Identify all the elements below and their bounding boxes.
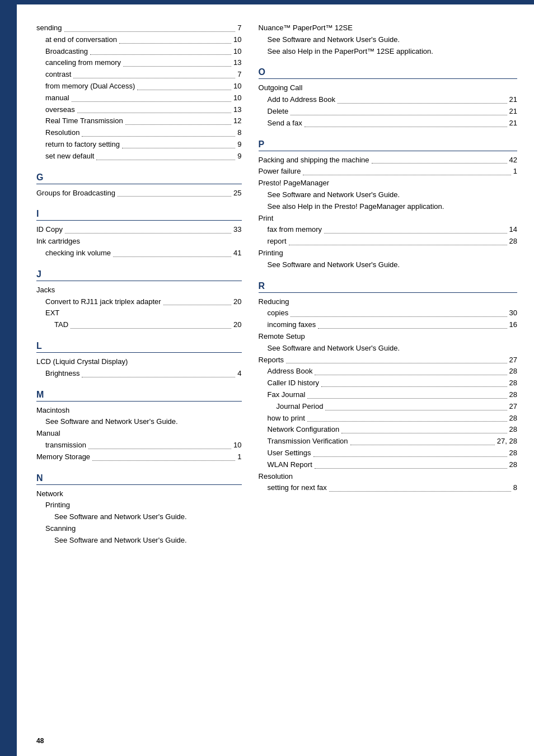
page-num: 13 (233, 104, 241, 116)
index-entry: Printing (36, 500, 242, 511)
term-text: Caller ID history (268, 377, 319, 389)
page-num: 28 (509, 389, 517, 401)
index-entry: WLAN Report28 (259, 459, 517, 471)
section-header-N: N (36, 473, 242, 485)
index-entry: Transmission Verification27, 28 (259, 436, 517, 447)
term-text: canceling from memory (45, 57, 121, 69)
term-text: Convert to RJ11 jack triplex adapter (45, 296, 161, 308)
dots (291, 108, 507, 115)
dots (341, 426, 507, 433)
term-text: Macintosh (36, 405, 69, 417)
plain-text: Scanning (36, 523, 242, 535)
index-entry: Nuance™ PaperPort™ 12SE (259, 22, 517, 34)
dots (64, 24, 236, 32)
section-header-I: I (36, 209, 242, 221)
plain-text: See also Help in the PaperPort™ 12SE app… (259, 46, 517, 58)
dots (307, 391, 507, 399)
left-sidebar (0, 0, 17, 756)
term-text: User Settings (268, 447, 311, 459)
term-text: Jacks (36, 284, 55, 296)
page-num: 10 (233, 81, 241, 92)
index-entry: See Software and Network User's Guide. (36, 416, 242, 428)
content-area: sending7at end of conversation10Broadcas… (17, 0, 534, 756)
index-entry: Reducing (259, 296, 517, 308)
term-text: Real Time Transmission (45, 115, 123, 127)
term-text: WLAN Report (268, 459, 312, 471)
dots (338, 96, 507, 104)
index-section-nuance: Nuance™ PaperPort™ 12SESee Software and … (259, 22, 517, 57)
index-section-N: NNetworkPrintingSee Software and Network… (36, 473, 242, 547)
index-entry: overseas13 (36, 104, 242, 116)
dots (119, 36, 231, 44)
index-section-M: MMacintoshSee Software and Network User'… (36, 390, 242, 463)
page-num: 28 (509, 236, 517, 248)
index-entry: Fax Journal28 (259, 389, 517, 401)
index-entry: See Software and Network User's Guide. (36, 511, 242, 523)
dots (324, 226, 507, 234)
term-text: setting for next fax (268, 482, 327, 494)
term-text: copies (268, 307, 289, 319)
right-column: Nuance™ PaperPort™ 12SESee Software and … (253, 22, 517, 557)
term-text: Packing and shipping the machine (259, 155, 369, 166)
page-num: 41 (233, 248, 241, 259)
dots (329, 484, 511, 492)
term-text: Brightness (45, 368, 79, 380)
page-num: 12 (233, 115, 241, 127)
term-text: contrast (45, 69, 71, 81)
index-entry: contrast7 (36, 69, 242, 81)
term-text: Address Book (268, 366, 313, 377)
index-entry: at end of conversation10 (36, 34, 242, 46)
index-entry: User Settings28 (259, 447, 517, 459)
page-num: 30 (509, 307, 517, 319)
term-text: ID Copy (36, 224, 63, 236)
term-text: Resolution (259, 471, 293, 483)
index-content: sending7at end of conversation10Broadcas… (36, 22, 517, 557)
index-section-L: LLCD (Liquid Crystal Display)Brightness4 (36, 341, 242, 380)
plain-text: See Software and Network User's Guide. (36, 511, 242, 523)
dots (307, 414, 507, 422)
section-header-M: M (36, 390, 242, 402)
page-num: 9 (237, 139, 241, 151)
term-text: Ink cartridges (36, 236, 80, 248)
dots (77, 105, 231, 113)
index-entry: See Software and Network User's Guide. (36, 535, 242, 547)
page-num: 7 (237, 22, 241, 34)
dots (125, 117, 231, 125)
index-entry: Reports27 (259, 354, 517, 366)
term-text: Remote Setup (259, 331, 305, 343)
page-number: 48 (36, 737, 44, 745)
dots (350, 437, 495, 445)
dots (82, 370, 235, 377)
page-num: 10 (233, 92, 241, 104)
index-entry: Manual (36, 428, 242, 440)
dots (113, 249, 231, 257)
index-entry: TAD20 (36, 319, 242, 331)
index-entry: from memory (Dual Access)10 (36, 81, 242, 92)
index-section-fax-subsection: sending7at end of conversation10Broadcas… (36, 22, 242, 162)
dots (318, 321, 507, 329)
index-entry: Groups for Broadcasting25 (36, 188, 242, 199)
index-entry: how to print28 (259, 413, 517, 424)
index-section-R: RReducingcopies30incoming faxes16Remote … (259, 281, 517, 494)
term-text: set new default (45, 151, 94, 162)
page-num: 27 (509, 401, 517, 413)
page-num: 33 (233, 224, 241, 236)
term-text: Memory Storage (36, 451, 90, 463)
index-entry: LCD (Liquid Crystal Display) (36, 356, 242, 368)
dots (88, 441, 231, 449)
term-text: overseas (45, 104, 75, 116)
dots (90, 47, 231, 55)
term-text: at end of conversation (45, 34, 117, 46)
term-text: Outgoing Call (259, 82, 303, 94)
left-column: sending7at end of conversation10Broadcas… (36, 22, 253, 557)
page-num: 7 (237, 69, 241, 81)
section-header-R: R (259, 281, 517, 293)
dots (65, 226, 231, 234)
index-entry: Add to Address Book21 (259, 94, 517, 106)
term-text: Fax Journal (268, 389, 306, 401)
index-entry: Scanning (36, 523, 242, 535)
page-num: 1 (513, 166, 517, 178)
term-text: EXT (45, 307, 59, 319)
index-entry: Outgoing Call (259, 82, 517, 94)
index-section-O: OOutgoing CallAdd to Address Book21Delet… (259, 67, 517, 129)
